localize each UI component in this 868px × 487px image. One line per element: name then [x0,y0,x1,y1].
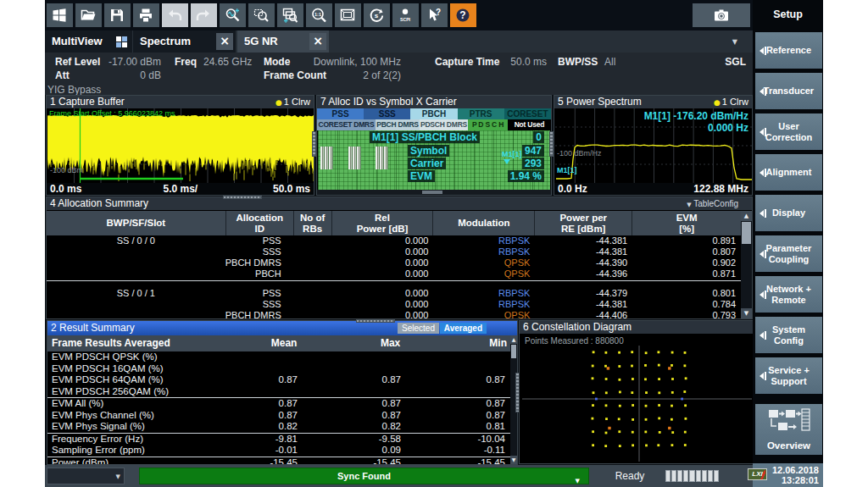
result-header-mean: Mean [209,335,310,351]
softkey-reference[interactable]: Reference [755,32,822,69]
table-row[interactable]: PBCH DMRS0.000QPSK-44.4060.793 [47,310,741,319]
constellation-plot[interactable]: Points Measured : 880800 [520,334,752,462]
cell-evm: 0.801 [632,288,741,299]
splitter-handle[interactable] [356,319,395,323]
marker-m1[interactable]: M1[1] [502,150,522,164]
result-row[interactable]: EVM Phys Signal (%)0.820.820.81 [47,421,510,433]
allocation-summary-window[interactable]: 4 Allocation Summary ▼ TableConfig BWP/S… [46,196,753,319]
table-row[interactable]: SSS0.000RBPSK-44.3810.807 [47,246,741,257]
scroll-up-icon[interactable]: ▲ [741,211,752,221]
result-row[interactable]: EVM PDSCH QPSK (%) [47,351,510,363]
capture-buffer-plot[interactable]: Frame Start Offset : 5.966023842 ms -100… [47,108,313,183]
column-header-rel[interactable]: RelPower [dB] [331,211,433,235]
softkey-parameter-coupling[interactable]: ParameterCoupling [755,235,822,272]
column-header-modulation[interactable]: Modulation [432,211,534,235]
column-header-no-of[interactable]: No ofRBs [293,211,331,235]
result-row[interactable]: EVM PDSCH 256QAM (%) [47,386,510,398]
trace-badge: ●1 Clrw [714,96,748,109]
softkey-display[interactable]: Display [755,195,822,231]
legend-not-used: Not Used [508,119,551,130]
table-row[interactable]: PBCH DMRS0.000QPSK-44.3900.902 [47,257,741,268]
alloc-h-scrollbar[interactable] [317,190,551,195]
power-spectrum-window[interactable]: 5 Power Spectrum ●1 Clrw M1[1] -176.20 d… [554,95,753,196]
result-row[interactable]: Frequency Error (Hz)-9.81-9.58-10.04 [47,434,510,445]
softkey-service-support[interactable]: Service +Support [755,357,822,394]
alloc-id-window[interactable]: 7 Alloc ID vs Symbol X Carrier PSSSSSPBC… [316,95,552,196]
splitter-handle[interactable] [549,131,554,157]
group-gap [47,281,741,288]
cell-slot [47,246,225,257]
column-header-evm[interactable]: EVM[%] [632,211,741,235]
scroll-up-icon[interactable]: ▲ [510,335,517,344]
overview-button[interactable]: Overview [755,404,822,455]
capture-buffer-window[interactable]: 1 Capture Buffer ●1 Clrw Frame Start Off… [46,95,314,196]
progress-bar [665,470,719,482]
softkey-transducer[interactable]: Transducer [755,73,822,109]
splitter-handle[interactable] [223,196,262,199]
allocation-summary-scrollbar[interactable]: ▲ ▼ [741,211,752,318]
splitter-handle[interactable] [312,131,316,157]
column-header-power-per[interactable]: Power perRE [dBm] [534,211,632,235]
cell-power-per-re: -44.381 [534,246,632,257]
column-header-bwp-sf-slot[interactable]: BWP/SF/Slot [47,211,225,235]
cell-no-of-rbs [293,310,331,319]
column-header-allocation[interactable]: AllocationID [225,211,293,235]
softkey-network-remote[interactable]: Network +Remote [755,276,822,313]
scroll-down-icon[interactable]: ▼ [510,456,517,464]
cell-rel-power: 0.000 [331,310,433,319]
lxi-icon: LXI [748,468,767,480]
table-config-button[interactable]: ▼ TableConfig [687,197,738,212]
result-mean [209,363,310,375]
result-mean: 0.87 [209,398,310,410]
table-row[interactable]: SS / 0 / 0PSS0.000RBPSK-44.3810.891 [47,235,741,246]
power-spectrum-plot[interactable]: M1[1] -176.20 dBm/Hz 0.000 Hz -100 dBm/H… [555,108,751,183]
sync-status[interactable]: Sync Found▼ [139,468,589,484]
result-summary-title: 2 Result Summary Selected Averaged [47,321,517,335]
softkey-arrow-icon [760,210,764,217]
result-row[interactable]: EVM All (%)0.870.870.87 [47,398,510,410]
cell-rel-power: 0.000 [331,257,433,268]
softkey-system-config[interactable]: SystemConfig [755,317,822,353]
tab-averaged[interactable]: Averaged [440,323,487,334]
readout-label: Carrier [408,158,446,169]
ss-pbch-block-stripes [320,147,333,169]
status-dropdown[interactable]: ▼ [47,468,125,484]
result-max: 0.87 [310,374,414,386]
cell-allocation-id: SSS [225,299,293,310]
status-bar: ▼ Sync Found▼ Ready [45,465,753,487]
table-row[interactable]: SSS0.000RBPSK-44.3810.784 [47,299,741,310]
constellation-window[interactable]: 6 Constellation Diagram Points Measured … [519,320,754,464]
ref-line-label: -100 dBm/Hz [557,149,602,158]
result-min: 0.87 [414,410,509,422]
result-label: EVM PDSCH 16QAM (%) [47,363,209,375]
softkey-arrow-icon [760,373,764,379]
result-label: Power (dBm) [47,457,209,466]
table-row[interactable]: SS / 0 / 1PSS0.000RBPSK-44.3790.801 [47,288,741,299]
result-summary-window[interactable]: 2 Result Summary Selected Averaged Frame… [47,320,518,465]
cell-slot [47,257,225,268]
result-header-min: Min [413,335,510,351]
legend-coreset: CORESET [504,108,551,119]
scroll-thumb[interactable] [742,222,751,244]
scroll-thumb[interactable] [511,345,516,358]
result-row[interactable]: EVM Phys Channel (%)0.870.870.87 [47,410,510,422]
result-row[interactable]: Sampling Error (ppm)-0.010.09-0.11 [47,445,510,457]
cell-no-of-rbs [293,246,331,257]
result-row[interactable]: EVM PDSCH 64QAM (%)0.870.870.87 [47,374,510,386]
result-max [310,363,414,375]
softkey-user-correction[interactable]: UserCorrection [755,113,822,150]
result-max [310,351,414,363]
result-label: EVM PDSCH QPSK (%) [47,351,209,363]
result-min: 0.87 [414,398,509,410]
result-row[interactable]: Power (dBm)-15.45-15.45-15.45 [47,457,510,466]
cell-no-of-rbs [293,299,331,310]
scroll-down-icon[interactable]: ▼ [741,308,752,318]
tab-selected[interactable]: Selected [398,323,439,334]
softkey-alignment[interactable]: Alignment [755,154,822,191]
result-max: -15.45 [310,457,414,466]
table-row[interactable]: PBCH0.000QPSK-44.3960.871 [47,268,741,279]
legend-ptrs: PTRS [458,108,504,119]
result-row[interactable]: EVM PDSCH 16QAM (%) [47,363,510,375]
alloc-readout-0: M1[1] SS/PBCH Block0 [370,131,551,143]
softkey-arrow-icon [760,47,764,54]
